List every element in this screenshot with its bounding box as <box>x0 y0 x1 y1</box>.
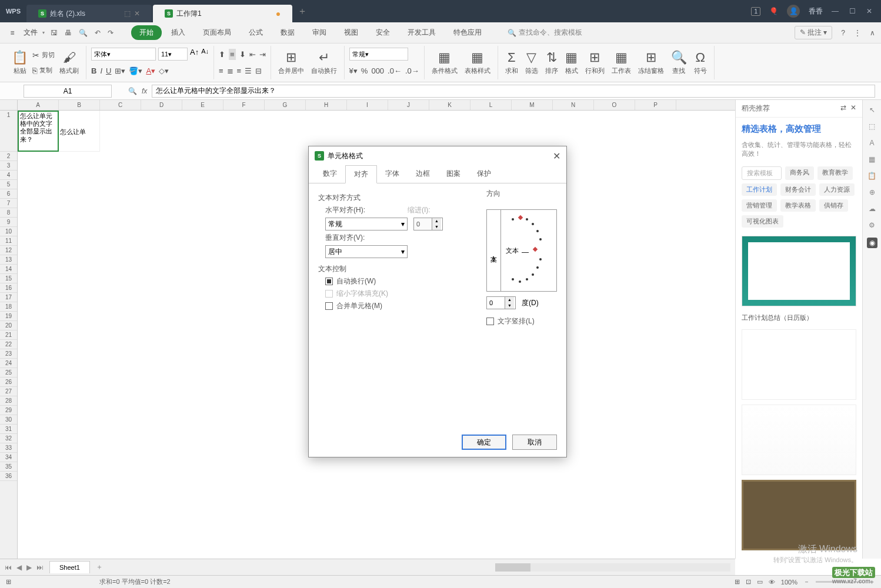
align-justify-icon[interactable]: ☰ <box>245 66 252 75</box>
column-header[interactable]: A <box>18 100 59 110</box>
row-header[interactable]: 12 <box>0 246 17 255</box>
row-header[interactable]: 4 <box>0 171 17 180</box>
cancel-button[interactable]: 取消 <box>512 435 557 450</box>
cursor-icon[interactable]: ↖ <box>869 106 875 114</box>
vertical-text-checkbox[interactable]: 文字竖排(L) <box>486 316 557 326</box>
degree-spinner[interactable]: ▲▼ <box>486 296 516 309</box>
row-header[interactable]: 25 <box>0 368 17 377</box>
zoom-icon[interactable]: 🔍 <box>128 87 137 95</box>
horizontal-scrollbar[interactable] <box>495 563 730 572</box>
print-icon[interactable]: 🖶 <box>65 29 72 37</box>
direction-control[interactable]: 文本 文本 — <box>486 209 557 292</box>
indent-dec-icon[interactable]: ⇤ <box>249 50 256 59</box>
dialog-tab-pattern[interactable]: 图案 <box>438 165 469 183</box>
view-layout-icon[interactable]: ⊡ <box>746 578 751 586</box>
row-header[interactable]: 26 <box>0 377 17 387</box>
name-box[interactable]: A1 <box>24 85 112 98</box>
ribbon-tab-start[interactable]: 开始 <box>131 25 162 40</box>
column-header[interactable]: G <box>265 100 306 110</box>
tag-item[interactable]: 教学表格 <box>780 199 816 212</box>
notification-badge[interactable]: 1 <box>751 7 760 16</box>
sheet-nav-first[interactable]: ⏮ <box>5 563 12 572</box>
tag-item[interactable]: 财务会计 <box>780 183 816 196</box>
new-tab-button[interactable]: ＋ <box>293 5 311 18</box>
vertical-text-button[interactable]: 文本 <box>487 210 501 291</box>
tag-item[interactable]: 人力资源 <box>819 183 855 196</box>
cell-b1[interactable]: 怎么让单 <box>59 111 100 152</box>
sum-button[interactable]: Σ求和 <box>503 50 520 75</box>
wrap-button[interactable]: ↵自动换行 <box>309 50 339 75</box>
add-sheet-button[interactable]: ＋ <box>90 562 109 572</box>
dialog-tab-number[interactable]: 数字 <box>315 165 345 183</box>
align-right-icon[interactable]: ≡ <box>237 66 242 75</box>
menu-icon[interactable]: ≡ <box>6 29 19 37</box>
column-header[interactable]: C <box>100 100 141 110</box>
panel-close-icon[interactable]: ✕ <box>850 103 856 112</box>
align-left-icon[interactable]: ≡ <box>219 66 223 75</box>
cut-button[interactable]: ✂剪切 <box>32 51 55 60</box>
column-header[interactable]: L <box>470 100 512 110</box>
indent-input[interactable] <box>414 218 432 230</box>
font-size-select[interactable]: 11 ▾ <box>158 48 188 61</box>
save-icon[interactable]: 🖫 <box>51 29 58 37</box>
h-align-select[interactable]: 常规▾ <box>325 218 408 230</box>
layers-icon[interactable]: ▦ <box>869 155 875 163</box>
currency-icon[interactable]: ¥▾ <box>349 66 358 75</box>
template-thumb-2[interactable] <box>742 329 856 400</box>
row-header[interactable]: 21 <box>0 330 17 340</box>
row-header[interactable]: 8 <box>0 208 17 218</box>
dialog-close-icon[interactable]: ✕ <box>553 151 560 162</box>
minimize-icon[interactable]: — <box>832 7 839 15</box>
row-header[interactable]: 35 <box>0 462 17 472</box>
view-page-icon[interactable]: ▭ <box>757 578 763 586</box>
close-icon[interactable]: ✕ <box>866 7 872 15</box>
row-header[interactable]: 36 <box>0 472 17 481</box>
dialog-tab-border[interactable]: 边框 <box>408 165 438 183</box>
column-header[interactable]: P <box>635 100 676 110</box>
row-header[interactable]: 14 <box>0 265 17 274</box>
user-avatar[interactable]: 👤 <box>787 5 800 18</box>
row-header[interactable]: 13 <box>0 255 17 265</box>
tag-item[interactable]: 商务风 <box>785 166 814 180</box>
distribute-icon[interactable]: ⊟ <box>255 66 262 75</box>
tag-item[interactable]: 营销管理 <box>742 199 777 212</box>
ribbon-tab-security[interactable]: 安全 <box>368 25 398 40</box>
ribbon-tab-layout[interactable]: 页面布局 <box>195 25 239 40</box>
worksheet-button[interactable]: ▦工作表 <box>609 50 633 75</box>
row-header[interactable]: 23 <box>0 349 17 359</box>
ribbon-tab-dev[interactable]: 开发工具 <box>399 25 444 40</box>
number-format-select[interactable]: 常规 ▾ <box>349 48 408 61</box>
gift-icon[interactable]: 🎈 <box>769 7 778 15</box>
fx-icon[interactable]: fx <box>142 87 147 95</box>
indent-inc-icon[interactable]: ⇥ <box>259 50 266 59</box>
bold-icon[interactable]: B <box>91 66 96 75</box>
dec-decimal-icon[interactable]: .0→ <box>405 66 419 75</box>
ribbon-tab-review[interactable]: 审阅 <box>304 25 335 40</box>
column-header[interactable]: F <box>223 100 265 110</box>
freeze-button[interactable]: ⊞冻结窗格 <box>636 50 666 75</box>
table-style-button[interactable]: ▦表格样式 <box>462 50 493 75</box>
zoom-value[interactable]: 100% <box>781 579 797 586</box>
tag-item[interactable]: 可视化图表 <box>742 215 783 228</box>
row-header[interactable]: 32 <box>0 434 17 443</box>
row-header[interactable]: 15 <box>0 274 17 283</box>
merge-button[interactable]: ⊞合并居中 <box>276 50 306 75</box>
italic-icon[interactable]: I <box>100 66 102 75</box>
clear-format-icon[interactable]: ◇▾ <box>159 66 169 75</box>
row-header[interactable]: 24 <box>0 359 17 368</box>
column-header[interactable]: K <box>429 100 470 110</box>
tab-file-1[interactable]: S 姓名 (2).xls ⬚ ✕ <box>26 5 152 22</box>
column-header[interactable]: O <box>594 100 635 110</box>
tab-close-icon[interactable]: ✕ <box>134 9 140 18</box>
format-painter-button[interactable]: 🖌格式刷 <box>57 50 81 75</box>
sheet-nav-prev[interactable]: ◀ <box>16 563 22 572</box>
border-icon[interactable]: ⊞▾ <box>115 66 125 75</box>
row-header[interactable]: 29 <box>0 406 17 415</box>
tag-item[interactable]: 搜索模板 <box>742 166 782 180</box>
column-header[interactable]: E <box>182 100 223 110</box>
percent-icon[interactable]: % <box>361 66 368 75</box>
ribbon-tab-view[interactable]: 视图 <box>336 25 366 40</box>
underline-icon[interactable]: U <box>106 66 111 75</box>
formula-input[interactable]: 怎么让单元格中的文字全部显示出来？ <box>152 85 875 98</box>
row-header[interactable]: 3 <box>0 161 17 171</box>
